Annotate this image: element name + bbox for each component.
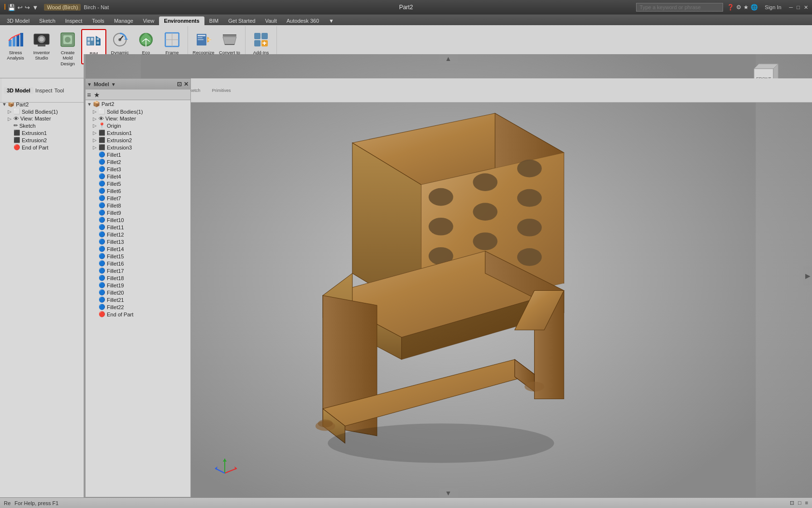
svg-rect-33 [198,39,203,40]
add-ins-button[interactable]: Add-Ins [248,29,274,57]
expand-view-master[interactable]: ▷ [8,116,14,121]
float-tree-fillet21[interactable]: 🔵Fillet21 [85,296,190,303]
float-filter-icon[interactable]: ≡ [87,91,91,99]
float-tree-fillet8[interactable]: 🔵Fillet8 [85,202,190,209]
tree-item-sketch[interactable]: ✏ Sketch [0,122,84,129]
quick-access-redo[interactable]: ↪ [25,4,30,11]
float-expand-origin[interactable]: ▷ [93,123,99,128]
float-expand-extrusion2[interactable]: ▷ [93,137,99,143]
nav-right[interactable]: ▶ [803,266,812,285]
float-tree-end-of-part[interactable]: 🔴 End of Part [85,311,190,318]
help-icon[interactable]: ❓ [727,4,734,11]
float-tree-fillet12[interactable]: 🔵Fillet12 [85,231,190,238]
float-panel-dropdown[interactable]: ▼ [111,82,116,87]
stress-analysis-button[interactable]: StressAnalysis [3,29,28,62]
status-icon2[interactable]: □ [798,500,801,506]
tab-environments[interactable]: Environments [159,16,204,25]
float-tree-fillet6[interactable]: 🔵Fillet6 [85,187,190,194]
float-tree-fillet10[interactable]: 🔵Fillet10 [85,216,190,224]
float-tree-fillet14[interactable]: 🔵Fillet14 [85,245,190,253]
float-tree-origin[interactable]: ▷ 📍 Origin [85,122,190,129]
float-tree-fillet17[interactable]: 🔵Fillet17 [85,267,190,274]
tab-bim[interactable]: BIM [204,16,224,25]
nav-bottom[interactable]: ▼ [439,489,458,497]
inventor-studio-icon [32,30,51,49]
float-extrusion3-icon: ⬛ [99,144,105,150]
tab-sketch[interactable]: Sketch [34,16,60,25]
material-selector[interactable]: Wood (Birch) [44,4,81,11]
tree-item-solid-bodies[interactable]: ▷ ⬜ Solid Bodies(1) [0,108,84,115]
float-tree-item-part2[interactable]: ▼ 📦 Part2 [85,100,190,108]
tab-3dmodel-secondary[interactable]: 3D Model [4,87,33,94]
float-tree-fillet4[interactable]: 🔵Fillet4 [85,173,190,180]
close-button[interactable]: ✕ [804,4,808,11]
tab-manage[interactable]: Manage [109,16,138,25]
online-icon[interactable]: 🌐 [751,4,758,11]
float-tree-fillet18[interactable]: 🔵Fillet18 [85,274,190,282]
float-end-of-part-label: End of Part [107,312,133,317]
quick-access-undo[interactable]: ↩ [17,4,23,11]
float-tree-fillet9[interactable]: 🔵Fillet9 [85,209,190,216]
float-tree-solid-bodies[interactable]: ▷ ⬜ Solid Bodies(1) [85,108,190,115]
float-panel-expand-arrow[interactable]: ▼ [87,82,92,87]
star-icon[interactable]: ★ [743,4,749,11]
tab-view[interactable]: View [138,16,160,25]
status-icon1[interactable]: ⊡ [790,500,794,506]
float-tree-fillet2[interactable]: 🔵Fillet2 [85,158,190,165]
maximize-button[interactable]: □ [797,4,800,10]
float-tree-fillet7[interactable]: 🔵Fillet7 [85,194,190,202]
float-tree-fillet19[interactable]: 🔵Fillet19 [85,282,190,289]
tab-more[interactable]: ▼ [324,16,339,25]
float-tree-fillet1[interactable]: 🔵Fillet1 [85,151,190,158]
float-tree-extrusion2[interactable]: ▷ ⬛ Extrusion2 [85,136,190,144]
settings-icon[interactable]: ⚙ [736,4,741,11]
search-input[interactable] [636,3,723,12]
float-tree-fillet20[interactable]: 🔵Fillet20 [85,289,190,296]
nav-top[interactable]: ▲ [439,54,458,63]
status-icon3[interactable]: ≡ [805,500,808,506]
float-tree-fillet5[interactable]: 🔵Fillet5 [85,180,190,187]
minimize-button[interactable]: ─ [789,4,793,10]
float-expand-solid-bodies[interactable]: ▷ [93,109,99,114]
viewport[interactable]: ◀ ▶ ▲ ▼ FRONT [85,54,812,497]
float-panel-expand-icon[interactable]: ⊡ [177,81,182,88]
float-view-master-icon: 👁 [99,116,104,121]
tab-tool-secondary[interactable]: Tool [54,88,64,93]
model-tree: ▼ 📦 Part2 ▷ ⬜ Solid Bodies(1) ▷ 👁 View: … [0,100,84,497]
float-search-icon[interactable]: ★ [94,91,100,99]
float-panel-close-icon[interactable]: ✕ [184,81,188,88]
tab-inspect[interactable]: Inspect [60,16,87,25]
expand-solid-bodies[interactable]: ▷ [8,109,14,114]
float-tree-fillet16[interactable]: 🔵Fillet16 [85,260,190,267]
float-tree-extrusion3[interactable]: ▷ ⬛ Extrusion3 [85,144,190,151]
float-tree-fillet3[interactable]: 🔵Fillet3 [85,165,190,173]
float-tree-fillet15[interactable]: 🔵Fillet15 [85,253,190,260]
float-tree-fillet11[interactable]: 🔵Fillet11 [85,224,190,231]
float-expand-extrusion1[interactable]: ▷ [93,130,99,135]
float-expand-part2[interactable]: ▼ [87,102,93,107]
tree-item-end-of-part[interactable]: 🔴 End of Part [0,144,84,151]
float-expand-extrusion3[interactable]: ▷ [93,145,99,150]
tab-get-started[interactable]: Get Started [223,16,260,25]
tab-vault[interactable]: Vault [260,16,281,25]
float-tree-view-master[interactable]: ▷ 👁 View: Master [85,115,190,122]
tree-item-extrusion2[interactable]: ⬛ Extrusion2 [0,136,84,144]
tree-item-extrusion1[interactable]: ⬛ Extrusion1 [0,129,84,136]
convert-sheet-metal-icon [220,30,239,49]
create-mold-design-button[interactable]: CreateMold Design [55,29,80,68]
tab-inspect-secondary[interactable]: Inspect [35,88,52,93]
float-tree-fillet13[interactable]: 🔵Fillet13 [85,238,190,245]
float-fillet9-label: Fillet9 [107,210,121,216]
tab-tools[interactable]: Tools [87,16,109,25]
float-tree-fillet22[interactable]: 🔵Fillet22 [85,303,190,311]
resize-handle-vertical[interactable] [84,54,86,497]
quick-access-save[interactable]: 💾 [8,4,15,11]
tab-3dmodel[interactable]: 3D Model [2,16,34,25]
sign-in-button[interactable]: Sign In [765,4,781,10]
quick-access-more[interactable]: ▼ [32,4,38,11]
tab-autodesk360[interactable]: Autodesk 360 [282,16,324,25]
float-tree-extrusion1[interactable]: ▷ ⬛ Extrusion1 [85,129,190,136]
float-expand-view-master[interactable]: ▷ [93,116,99,121]
inventor-studio-button[interactable]: InventorStudio [29,29,54,62]
tree-item-view-master[interactable]: ▷ 👁 View: Master [0,115,84,122]
